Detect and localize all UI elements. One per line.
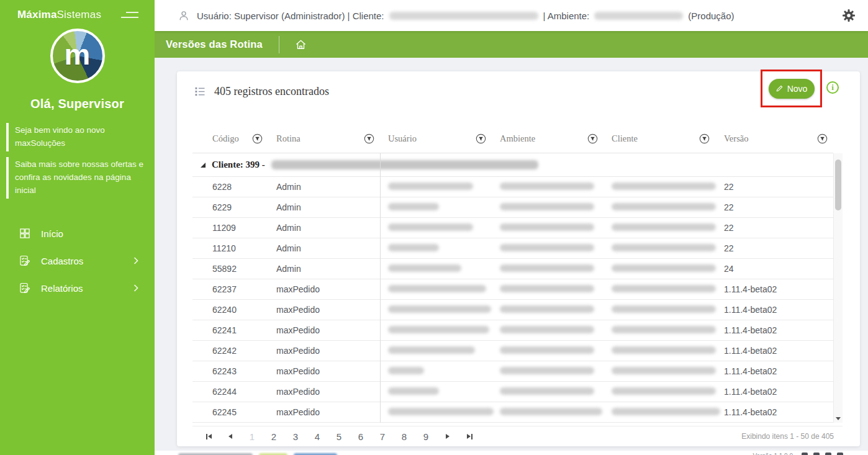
settings-gear-icon[interactable] [841, 8, 856, 23]
pager-prev-button[interactable] [223, 429, 238, 444]
blob-ambiente [500, 367, 594, 374]
novo-button-label: Novo [787, 84, 808, 94]
info-icon[interactable]: i [826, 81, 839, 94]
blob-cliente [612, 408, 720, 415]
scrollbar[interactable] [833, 153, 843, 423]
pager-page-4[interactable]: 4 [310, 431, 325, 442]
table-row[interactable]: 11209 Admin 22 [192, 218, 833, 238]
pager-page-5[interactable]: 5 [332, 431, 346, 442]
table-row[interactable]: 11210 Admin 22 [192, 238, 833, 259]
cell-codigo: 62243 [209, 366, 268, 376]
blob-usuario [388, 264, 461, 272]
filter-icon[interactable] [587, 133, 598, 144]
top-header-bar: Usuário: Supervisor (Administrador) | Cl… [155, 0, 868, 31]
blob-cliente [612, 203, 716, 210]
blob-usuario [388, 326, 489, 333]
scroll-down-arrow[interactable] [836, 417, 841, 420]
pager-page-8[interactable]: 8 [397, 431, 412, 442]
redacted-text [271, 160, 538, 169]
cell-codigo: 6229 [209, 202, 268, 212]
cell-codigo: 62237 [209, 284, 268, 294]
sidebar-item-relatorios[interactable]: Relatórios [0, 274, 155, 302]
cell-rotina: maxPedido [268, 305, 380, 315]
cell-cliente [604, 202, 715, 212]
filter-icon[interactable] [476, 133, 486, 144]
cell-rotina: maxPedido [268, 325, 380, 335]
table-row[interactable]: 62245 maxPedido 1.11.4-beta02 [192, 402, 833, 423]
pager-info: Exibindo itens 1 - 50 de 405 [741, 432, 843, 441]
sidebar-item-inicio[interactable]: Início [0, 220, 155, 247]
pager-page-3[interactable]: 3 [288, 431, 303, 442]
cell-usuario [380, 346, 492, 356]
cell-versao: 22 [715, 182, 833, 192]
table-row[interactable]: 6228 Admin 22 [192, 177, 833, 197]
pager-page-2[interactable]: 2 [266, 431, 281, 442]
filter-icon[interactable] [364, 133, 374, 144]
blob-cliente [612, 326, 716, 333]
user-icon [178, 9, 190, 22]
sidebar-messages: Seja bem vindo ao novo maxSoluções Saiba… [6, 123, 150, 204]
home-icon[interactable] [294, 38, 307, 51]
pager-next-button[interactable] [440, 429, 455, 444]
blob-cliente [612, 305, 716, 313]
column-header-cliente: Cliente [604, 133, 715, 144]
cell-usuario [380, 325, 492, 335]
locked-column-divider [380, 153, 381, 423]
sidebar-menu: Início Cadastros [0, 220, 155, 302]
blob-ambiente [500, 408, 602, 415]
table-row[interactable]: 6229 Admin 22 [192, 197, 833, 218]
menu-toggle-icon[interactable] [121, 12, 138, 22]
brand-light: Sistemas [57, 9, 102, 20]
filter-icon[interactable] [699, 133, 710, 144]
blob-usuario [388, 203, 439, 210]
group-row: Cliente: 399 - [192, 153, 833, 177]
social-icon[interactable] [813, 453, 820, 455]
table-row[interactable]: 62237 maxPedido 1.11.4-beta02 [192, 279, 833, 300]
blob-cliente [612, 223, 716, 231]
cell-ambiente [492, 284, 604, 294]
table-body: 6228 Admin 22 6229 Admin 22 11209 Admin … [192, 177, 843, 423]
blob-usuario [388, 408, 494, 415]
pager-first-button[interactable] [201, 429, 216, 444]
cell-ambiente [492, 346, 604, 356]
table-row[interactable]: 62241 maxPedido 1.11.4-beta02 [192, 320, 833, 341]
chevron-right-icon [133, 257, 138, 264]
social-icon[interactable] [825, 453, 831, 455]
filter-icon[interactable] [252, 133, 263, 144]
table-row[interactable]: 62244 maxPedido 1.11.4-beta02 [192, 382, 833, 402]
table-row[interactable]: 62242 maxPedido 1.11.4-beta02 [192, 341, 833, 361]
clipboard-icon [19, 255, 31, 267]
cell-usuario [380, 284, 492, 294]
page-title: Versões das Rotina [166, 38, 263, 50]
pager-page-9[interactable]: 9 [418, 431, 433, 442]
maxima-logo: m [50, 29, 105, 83]
pager-page-7[interactable]: 7 [375, 431, 390, 442]
table-row[interactable]: 62240 maxPedido 1.11.4-beta02 [192, 300, 833, 320]
cell-usuario [380, 407, 492, 417]
cell-usuario [380, 305, 492, 315]
scrollbar-thumb[interactable] [835, 160, 841, 210]
table-row[interactable]: 55892 Admin 24 [192, 259, 833, 279]
social-icon[interactable] [802, 453, 808, 455]
sidebar-item-cadastros[interactable]: Cadastros [0, 247, 155, 274]
blob-cliente [612, 346, 716, 354]
pager-page-6[interactable]: 6 [353, 431, 368, 442]
chevron-right-icon [133, 284, 138, 292]
social-icon[interactable] [837, 453, 843, 455]
content-card: 405 registros encontrados Novo i Código [177, 71, 860, 446]
cell-cliente [604, 387, 715, 397]
sidebar-message: Seja bem vindo ao novo maxSoluções [6, 123, 150, 151]
cell-versao: 1.11.4-beta02 [715, 346, 833, 356]
filter-icon[interactable] [817, 133, 828, 144]
novo-button[interactable]: Novo [769, 79, 815, 99]
pager-last-button[interactable] [462, 429, 477, 444]
cell-versao: 1.11.4-beta02 [715, 284, 833, 294]
pager-page-1[interactable]: 1 [245, 431, 260, 442]
ambiente-prefix: | Ambiente: [543, 11, 590, 21]
cell-rotina: Admin [268, 243, 380, 253]
collapse-icon[interactable] [201, 163, 206, 168]
cell-versao: 22 [715, 243, 833, 253]
table-row[interactable]: 62243 maxPedido 1.11.4-beta02 [192, 361, 833, 382]
pager-pages: 123456789 [245, 431, 440, 442]
cell-rotina: Admin [268, 264, 380, 274]
